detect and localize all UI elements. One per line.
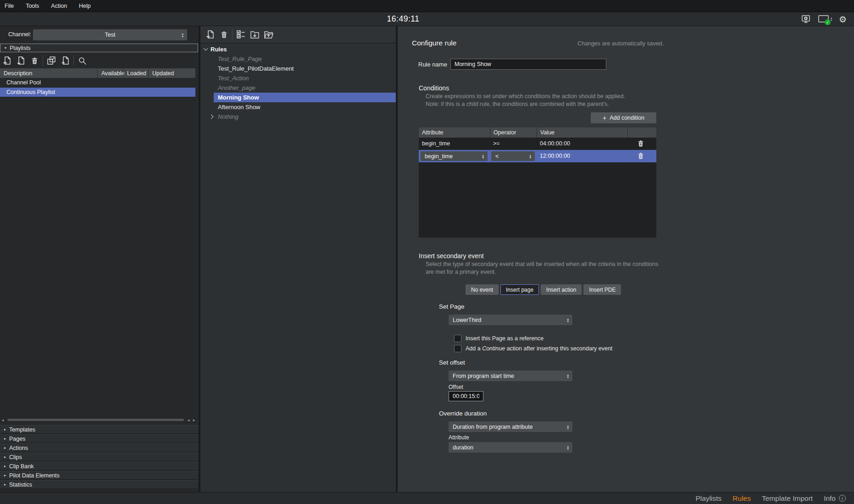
application-window: File Tools Action Help 16:49:11: [0, 0, 854, 504]
delete-playlist-button[interactable]: [28, 55, 41, 66]
column-loaded[interactable]: Loaded: [123, 68, 148, 78]
page-reference-checkbox-row[interactable]: Insert this Page as a reference: [454, 335, 543, 342]
column-operator[interactable]: Operator: [490, 127, 537, 138]
screen-settings-icon[interactable]: [801, 15, 811, 24]
channel-label: Channel:: [8, 31, 31, 38]
tree-item-test-action[interactable]: Test_Action: [200, 73, 396, 83]
tree-root-rules[interactable]: Rules: [200, 44, 396, 54]
tree-item-test-rule-page[interactable]: Test_Rule_Page: [200, 54, 396, 64]
insert-page-button[interactable]: Insert page: [500, 284, 539, 295]
scroll-left-icon[interactable]: ◂: [0, 418, 6, 422]
tree-item-nothing[interactable]: Nothing: [200, 112, 396, 122]
playlists-section-header[interactable]: ▾ Playlists: [0, 44, 198, 52]
conditions-heading: Conditions: [419, 84, 449, 92]
continue-action-checkbox[interactable]: [454, 345, 461, 352]
tab-rules[interactable]: Rules: [732, 494, 751, 503]
override-duration-heading: Override duration: [439, 410, 487, 417]
add-condition-button[interactable]: + Add condition: [591, 112, 656, 123]
folder-export-button[interactable]: [261, 28, 275, 40]
page-select[interactable]: LowerThird ▴▾: [449, 315, 572, 325]
horizontal-scrollbar[interactable]: ◂ ◂ ▸: [0, 417, 199, 423]
search-icon[interactable]: [75, 55, 89, 66]
channel-row: Channel: Test ▴▾: [0, 28, 199, 41]
menu-help[interactable]: Help: [79, 3, 91, 9]
duration-attribute-select[interactable]: duration ▴▾: [449, 442, 572, 453]
condition-operator-select[interactable]: < ▴▾: [491, 151, 535, 161]
continue-action-checkbox-row[interactable]: Add a Continue action after inserting th…: [454, 345, 612, 352]
tree-item-label: Test_Action: [218, 75, 249, 82]
bottom-tab-bar: Playlists Rules Template Import Info i: [0, 492, 854, 504]
delete-condition-button[interactable]: [638, 140, 645, 148]
tab-playlists[interactable]: Playlists: [696, 494, 722, 503]
chevron-down-icon[interactable]: [204, 46, 208, 51]
copy-playlist-button[interactable]: [44, 55, 58, 66]
tab-info[interactable]: Info i: [824, 494, 846, 503]
duration-mode-value: Duration from program attribute: [453, 424, 532, 430]
folder-import-button[interactable]: [248, 28, 261, 40]
menu-file[interactable]: File: [5, 3, 14, 9]
column-attribute[interactable]: Attribute: [419, 127, 490, 138]
conditions-description-2: Note: if this is a child rule, the condi…: [426, 101, 609, 107]
section-label: Templates: [9, 426, 35, 433]
offset-input[interactable]: [449, 391, 483, 401]
condition-row-2[interactable]: begin_time ▴▾ < ▴▾ 12:00:00:00: [419, 150, 656, 162]
gear-icon[interactable]: ⚙: [839, 15, 847, 24]
channel-status-icon[interactable]: ✓ ▴▾: [818, 15, 832, 24]
tree-item-another-page[interactable]: Another_page: [200, 83, 396, 93]
section-templates[interactable]: ▸ Templates: [0, 425, 198, 434]
condition-attribute-select[interactable]: begin_time ▴▾: [421, 151, 488, 161]
rules-toolbar: [200, 26, 396, 44]
add-condition-label: Add condition: [610, 115, 644, 121]
scroll-left-icon[interactable]: ◂: [186, 418, 191, 422]
toolbar-separator: [43, 55, 43, 66]
tree-item-morning-show[interactable]: Morning Show: [214, 93, 396, 102]
insert-pde-button[interactable]: Insert PDE: [583, 284, 621, 295]
section-clip-bank[interactable]: ▸ Clip Bank: [0, 462, 198, 471]
column-updated[interactable]: Updated: [148, 68, 195, 78]
conditions-table-header: Attribute Operator Value: [419, 127, 656, 138]
playlist-row-channel-pool[interactable]: Channel Pool: [0, 78, 195, 88]
new-rule-button[interactable]: [203, 28, 217, 40]
stepper-icon[interactable]: ▴▾: [831, 17, 832, 22]
duration-mode-select[interactable]: Duration from program attribute ▴▾: [449, 421, 572, 432]
delete-condition-button[interactable]: [638, 152, 645, 160]
section-clips[interactable]: ▸ Clips: [0, 453, 198, 461]
column-available[interactable]: Available: [97, 68, 123, 78]
rules-tree: Rules Test_Rule_Page Test_Rule_PilotData…: [200, 44, 396, 122]
export-playlist-button[interactable]: [58, 55, 72, 66]
triangle-right-icon: ▸: [4, 473, 6, 477]
chevron-right-icon[interactable]: [209, 115, 214, 119]
section-statistics[interactable]: ▸ Statistics: [0, 480, 198, 489]
tree-item-test-rule-pilotdataelement[interactable]: Test_Rule_PilotDataElement: [200, 64, 396, 73]
channel-select[interactable]: Test ▴▾: [33, 29, 187, 40]
scrollbar-thumb[interactable]: [7, 419, 184, 421]
section-pilot-data-elements[interactable]: ▸ Pilot Data Elements: [0, 471, 198, 480]
no-event-button[interactable]: No event: [466, 284, 499, 295]
delete-rule-button[interactable]: [217, 28, 231, 40]
new-playlist-button[interactable]: [0, 55, 14, 66]
section-actions[interactable]: ▸ Actions: [0, 443, 198, 452]
section-label: Clips: [9, 454, 22, 460]
column-value[interactable]: Value: [537, 127, 627, 138]
column-description[interactable]: Description: [0, 68, 97, 78]
tree-item-afternoon-show[interactable]: Afternoon Show: [200, 102, 396, 112]
tree-root-label: Rules: [211, 46, 227, 53]
condition-value[interactable]: 12:00:00:00: [540, 153, 570, 159]
playlist-row-continuous-playlist[interactable]: Continuous Playlist: [0, 88, 195, 97]
insert-action-button[interactable]: Insert action: [541, 284, 582, 295]
condition-row-1[interactable]: begin_time >= 04:00:00:00: [419, 138, 656, 150]
tab-template-import[interactable]: Template Import: [762, 494, 813, 503]
import-playlist-button[interactable]: [14, 55, 28, 66]
rule-name-input[interactable]: [450, 59, 606, 70]
section-pages[interactable]: ▸ Pages: [0, 434, 198, 443]
page-reference-checkbox[interactable]: [454, 335, 461, 342]
attribute-label: Attribute: [449, 434, 469, 441]
playlists-section-label: Playlists: [10, 45, 31, 51]
tree-item-label: Test_Rule_PilotDataElement: [218, 65, 294, 72]
scroll-right-icon[interactable]: ▸: [191, 418, 197, 422]
menu-tools[interactable]: Tools: [26, 3, 39, 9]
menu-action[interactable]: Action: [51, 3, 67, 9]
offset-mode-select[interactable]: From program start time ▴▾: [449, 371, 572, 381]
column-actions: [627, 127, 656, 138]
checklist-icon[interactable]: [234, 28, 248, 40]
